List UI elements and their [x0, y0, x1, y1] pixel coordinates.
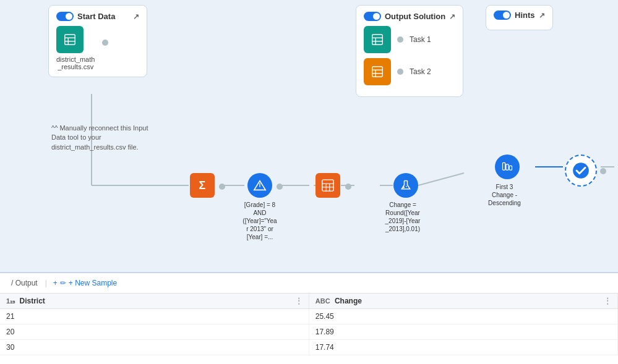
start-data-title: Start Data	[77, 12, 115, 21]
bottom-panel: / Output | + ✏ + New Sample 1₂₃ District…	[0, 272, 618, 364]
start-data-header: Start Data ↗	[56, 12, 139, 21]
start-data-content: district_math_results.csv	[56, 26, 139, 70]
tab-divider: |	[45, 279, 47, 287]
table-row: 30 17.74	[0, 340, 618, 355]
new-sample-button[interactable]: + ✏ + New Sample	[49, 277, 121, 289]
filter-label: [Grade] = 8AND([Year]="Year 2013" or[Yea…	[226, 201, 294, 241]
svg-rect-11	[65, 35, 75, 45]
start-data-toggle[interactable]	[56, 12, 74, 21]
expand-start-icon[interactable]: ↗	[133, 12, 139, 21]
pencil-icon: ✏	[60, 279, 66, 287]
conn-dot-3	[345, 184, 351, 190]
conn-dot-1	[219, 184, 225, 190]
hints-node: Hints ↗	[486, 5, 553, 30]
expand-hints-icon[interactable]: ↗	[539, 11, 545, 20]
task1-row: Task 1	[364, 26, 455, 53]
data-table: 1₂₃ District ⋮ ABC Change ⋮ 21 25.45 20 …	[0, 294, 618, 355]
task1-icon[interactable]	[364, 26, 391, 53]
output-solution-header: Output Solution ↗	[364, 12, 455, 21]
filter-tool[interactable]	[247, 173, 272, 198]
reconnect-note: ^^ Manually reconnect this Input Data to…	[51, 124, 160, 152]
change-label: Change =Round([Year_2019]-[Year_2013],0.…	[369, 201, 437, 233]
formula-tool[interactable]	[315, 173, 340, 198]
district-cell: 20	[0, 324, 309, 340]
svg-point-32	[406, 186, 407, 187]
svg-rect-15	[372, 35, 383, 45]
output-solution-title: Output Solution	[385, 12, 445, 21]
new-sample-label: + New Sample	[69, 279, 117, 287]
conn-dot-2	[277, 184, 283, 190]
output-solution-node: Output Solution ↗ Task 1	[356, 5, 463, 97]
canvas-area: Start Data ↗ district_math_results.csv ^…	[0, 0, 618, 272]
task2-row: Task 2	[364, 58, 455, 85]
table-header-row: 1₂₃ District ⋮ ABC Change ⋮	[0, 294, 618, 309]
start-data-tool-wrapper: district_math_results.csv	[56, 26, 95, 70]
change-col-menu[interactable]: ⋮	[604, 297, 611, 305]
task1-connector	[397, 36, 403, 43]
change-type-icon: ABC	[315, 297, 330, 305]
expand-output-icon[interactable]: ↗	[449, 12, 455, 21]
output-tab[interactable]: / Output	[6, 277, 43, 289]
svg-rect-25	[322, 180, 333, 191]
start-data-filename: district_math_results.csv	[56, 56, 95, 70]
final-check-node[interactable]	[565, 154, 597, 187]
summarize-tool[interactable]: Σ	[190, 173, 215, 198]
flask-tool[interactable]	[393, 173, 418, 198]
change-col-label: Change	[335, 297, 362, 305]
sort-tool[interactable]	[495, 154, 520, 179]
col-district: 1₂₃ District ⋮	[0, 294, 309, 309]
svg-rect-19	[372, 67, 383, 77]
district-cell: 21	[0, 309, 309, 324]
district-col-menu[interactable]: ⋮	[295, 297, 303, 305]
district-cell: 30	[0, 340, 309, 355]
svg-rect-33	[503, 163, 505, 170]
change-cell: 25.45	[309, 309, 617, 324]
table-row: 20 17.89	[0, 324, 618, 340]
change-cell: 17.89	[309, 324, 617, 340]
col-change: ABC Change ⋮	[309, 294, 617, 309]
change-cell: 17.74	[309, 340, 617, 355]
table-body: 21 25.45 20 17.89 30 17.74	[0, 309, 618, 355]
output-toggle[interactable]	[364, 12, 381, 21]
start-data-node: Start Data ↗ district_math_results.csv	[48, 5, 147, 77]
table-row: 21 25.45	[0, 309, 618, 324]
svg-point-36	[573, 163, 589, 179]
conn-dot-right	[600, 168, 606, 174]
svg-rect-34	[506, 164, 509, 170]
district-col-label: District	[19, 297, 45, 305]
task2-label: Task 2	[410, 67, 431, 76]
sort-label: First 3Change -Descending	[475, 183, 534, 207]
start-data-connector	[102, 40, 108, 46]
task2-icon[interactable]	[364, 58, 391, 85]
hints-header: Hints ↗	[494, 11, 545, 20]
svg-line-6	[418, 173, 464, 185]
svg-rect-35	[509, 166, 512, 170]
district-type-icon: 1₂₃	[6, 297, 15, 305]
svg-point-31	[403, 187, 405, 188]
panel-tabs: / Output | + ✏ + New Sample	[0, 273, 618, 294]
plus-icon: +	[53, 279, 58, 287]
hints-title: Hints	[515, 11, 535, 20]
hints-toggle[interactable]	[494, 11, 511, 20]
task2-connector	[397, 69, 403, 75]
start-data-icon[interactable]	[56, 26, 84, 53]
task1-label: Task 1	[410, 35, 431, 44]
